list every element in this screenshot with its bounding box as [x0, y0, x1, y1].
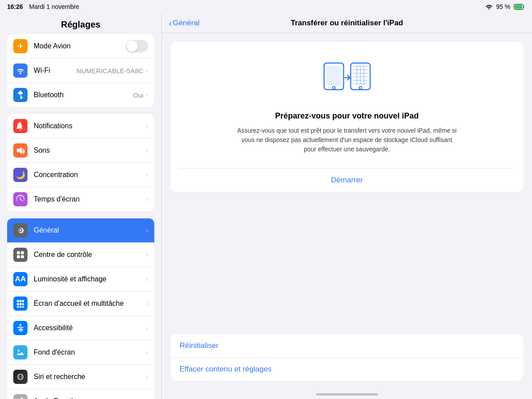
sidebar-item-mode-avion[interactable]: ✈ Mode Avion [7, 34, 154, 59]
mode-avion-toggle[interactable] [126, 40, 148, 52]
sidebar-item-ecran-accueil[interactable]: Écran d'accueil et multitâche › [7, 292, 154, 316]
sidebar-section-connectivity: ✈ Mode Avion Wi-Fi NUMERICABLE-5A8C [7, 34, 154, 107]
sidebar-item-wifi[interactable]: Wi-Fi NUMERICABLE-5A8C › [7, 59, 154, 83]
wifi-value: NUMERICABLE-5A8C [76, 67, 143, 75]
temps-ecran-icon [13, 192, 27, 206]
fond-ecran-label: Fond d'écran [34, 348, 146, 356]
main-layout: Réglages ✈ Mode Avion [0, 13, 532, 399]
svg-rect-1 [515, 5, 522, 9]
svg-point-16 [18, 350, 20, 352]
sidebar-title: Réglages [0, 13, 161, 34]
toggle-knob [126, 40, 138, 52]
page-title: Transférer ou réinitialiser l'iPad [291, 19, 403, 28]
ecran-accueil-icon [13, 296, 27, 311]
wifi-status-icon [485, 4, 493, 9]
temps-ecran-chevron: › [146, 196, 148, 203]
battery-icon [514, 4, 525, 10]
bluetooth-chevron: › [146, 91, 148, 99]
reset-card: Réinitialiser Effacer contenu et réglage… [171, 334, 523, 381]
svg-rect-23 [327, 66, 341, 86]
sidebar: Réglages ✈ Mode Avion [0, 13, 162, 399]
notifications-icon [13, 119, 27, 133]
fond-ecran-icon [13, 345, 27, 359]
reset-item-reinitialiser[interactable]: Réinitialiser [171, 334, 523, 358]
sidebar-item-concentration[interactable]: 🌙 Concentration › [7, 163, 154, 187]
status-right: 95 % [485, 3, 525, 10]
sidebar-item-fond-ecran[interactable]: Fond d'écran › [7, 340, 154, 365]
battery-percentage: 95 % [496, 3, 510, 10]
sidebar-item-luminosite[interactable]: AA Luminosité et affichage › [7, 267, 154, 292]
notifications-chevron: › [146, 122, 148, 130]
nav-bar: ‹ Général Transférer ou réinitialiser l'… [162, 13, 532, 33]
sidebar-item-apple-pencil[interactable]: Apple Pencil › [7, 389, 154, 399]
sidebar-item-bluetooth[interactable]: Bluetooth Oui › [7, 83, 154, 107]
concentration-chevron: › [146, 171, 148, 178]
mode-avion-label: Mode Avion [34, 42, 126, 50]
prepare-description: Assurez-vous que tout est prêt pour le t… [236, 126, 458, 154]
apple-pencil-label: Apple Pencil [34, 397, 146, 399]
accessibilite-label: Accessibilité [34, 324, 146, 332]
ecran-accueil-chevron: › [146, 300, 148, 307]
mode-avion-icon: ✈ [13, 39, 27, 53]
sidebar-item-accessibilite[interactable]: Accessibilité › [7, 316, 154, 340]
back-label: Général [173, 19, 200, 28]
content-spacer [171, 199, 523, 327]
sons-label: Sons [34, 146, 146, 154]
sidebar-item-notifications[interactable]: Notifications › [7, 114, 154, 138]
sidebar-item-sons[interactable]: Sons › [7, 138, 154, 163]
centre-controle-icon [13, 248, 27, 262]
bluetooth-icon [13, 88, 27, 102]
accessibilite-icon [13, 321, 27, 335]
prepare-card: Préparez-vous pour votre nouvel iPad Ass… [171, 42, 523, 192]
svg-rect-9 [17, 303, 19, 305]
demarrer-label: Démarrer [331, 176, 363, 184]
ecran-accueil-label: Écran d'accueil et multitâche [34, 300, 146, 308]
sidebar-item-general[interactable]: Général › [7, 218, 154, 243]
concentration-icon: 🌙 [13, 168, 27, 182]
general-chevron: › [146, 227, 148, 234]
status-date: Mardi 1 novembre [29, 3, 79, 10]
svg-rect-3 [21, 251, 24, 254]
notifications-label: Notifications [34, 122, 146, 130]
luminosite-icon: AA [13, 272, 27, 286]
prepare-card-body: Préparez-vous pour votre nouvel iPad Ass… [171, 42, 523, 168]
centre-controle-chevron: › [146, 251, 148, 258]
status-time: 16:26 [7, 3, 23, 10]
bluetooth-value: Oui [133, 91, 143, 99]
sidebar-item-siri[interactable]: Siri et recherche › [7, 365, 154, 389]
svg-point-24 [332, 87, 335, 89]
siri-icon [13, 370, 27, 384]
svg-rect-11 [22, 303, 24, 305]
svg-rect-13 [20, 306, 22, 308]
svg-point-15 [20, 324, 21, 326]
sidebar-item-centre-controle[interactable]: Centre de contrôle › [7, 243, 154, 267]
svg-rect-5 [21, 255, 24, 258]
demarrer-action[interactable]: Démarrer [171, 169, 523, 192]
wifi-chevron: › [146, 67, 148, 74]
svg-rect-8 [22, 300, 24, 302]
fond-ecran-chevron: › [146, 349, 148, 356]
svg-rect-4 [17, 255, 20, 258]
content-area: ‹ Général Transférer ou réinitialiser l'… [162, 13, 532, 399]
content-body: Préparez-vous pour votre nouvel iPad Ass… [162, 33, 532, 390]
svg-rect-7 [20, 300, 22, 302]
sons-chevron: › [146, 147, 148, 154]
svg-rect-12 [17, 306, 19, 308]
svg-rect-2 [17, 251, 20, 254]
apple-pencil-icon [13, 394, 27, 399]
sidebar-section-system2: Général › Centre de contrôle › [7, 218, 154, 399]
prepare-title: Préparez-vous pour votre nouvel iPad [275, 111, 419, 121]
transfer-illustration [321, 56, 374, 103]
wifi-label: Wi-Fi [34, 67, 76, 75]
reinitialiser-label: Réinitialiser [180, 341, 219, 350]
luminosite-label: Luminosité et affichage [34, 275, 146, 283]
concentration-label: Concentration [34, 171, 146, 179]
back-button[interactable]: ‹ Général [169, 18, 200, 28]
sidebar-item-temps-ecran[interactable]: Temps d'écran › [7, 187, 154, 211]
reset-item-effacer[interactable]: Effacer contenu et réglages [171, 358, 523, 381]
centre-controle-label: Centre de contrôle [34, 251, 146, 259]
status-bar: 16:26 Mardi 1 novembre 95 % [0, 0, 532, 13]
svg-rect-14 [22, 306, 24, 308]
svg-rect-10 [20, 303, 22, 305]
sidebar-section-system1: Notifications › Sons › 🌙 Concentration [7, 114, 154, 211]
